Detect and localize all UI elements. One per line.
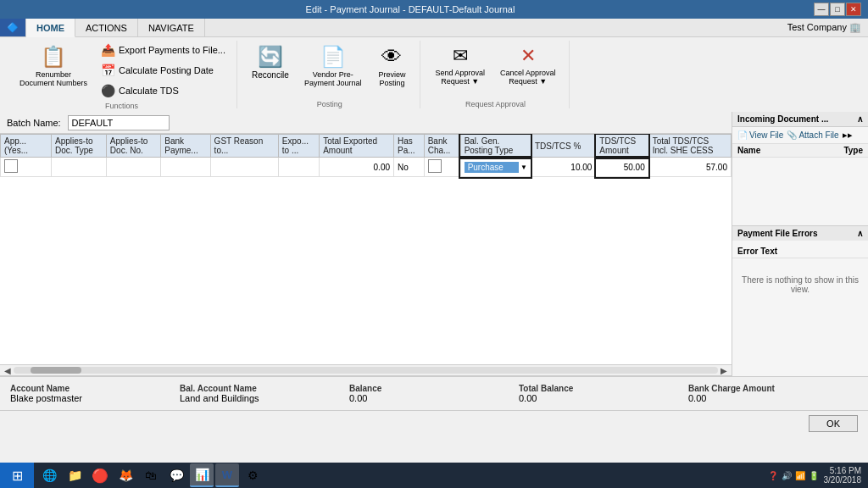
reconcile-icon: 🔄 [258, 45, 283, 69]
scrollbar-track[interactable] [14, 367, 718, 374]
cancel-icon: ✕ [520, 45, 536, 67]
batch-name-input[interactable] [68, 115, 170, 130]
tab-home[interactable]: HOME [26, 19, 75, 37]
vendor-prepayment-button[interactable]: 📄 Vendor Pre-Payment Journal [298, 41, 368, 92]
cell-total-exported: 0.00 [320, 158, 394, 177]
start-icon: ⊞ [12, 468, 23, 484]
tab-navigate[interactable]: NAVIGATE [138, 19, 205, 36]
dropdown-arrow[interactable]: ▼ [520, 164, 527, 171]
send-approval-button[interactable]: ✉ Send ApprovalRequest ▼ [429, 41, 491, 90]
col-tds-pct: TDS/TCS % [531, 135, 595, 158]
ribbon-group-approval: ✉ Send ApprovalRequest ▼ ✕ Cancel Approv… [422, 41, 569, 108]
reconcile-button[interactable]: 🔄 Reconcile [246, 41, 295, 84]
calc-tds-button[interactable]: ⚫ Calculate TDS [97, 81, 230, 100]
posting-type-value: Purchase [465, 162, 519, 173]
maximize-button[interactable]: □ [830, 3, 845, 16]
nav-tab[interactable]: 🔷 [0, 19, 26, 36]
cell-bank-cha[interactable] [424, 158, 460, 177]
taskbar-nav-icon[interactable]: 📊 [190, 463, 214, 487]
more-button[interactable]: ▸▸ [843, 130, 853, 141]
clock-date: 3/20/2018 [824, 475, 862, 485]
col-bank-payme: BankPayme... [161, 135, 210, 158]
incoming-doc-collapse-btn[interactable]: ∧ [857, 114, 863, 124]
cell-gst-reason [210, 158, 278, 177]
attach-file-button[interactable]: 📎 Attach File [787, 130, 838, 140]
cell-bal-gen-posting[interactable]: Purchase ▼ [460, 158, 531, 177]
cancel-approval-button[interactable]: ✕ Cancel ApprovalRequest ▼ [494, 41, 562, 90]
calc-posting-date-button[interactable]: 📅 Calculate Posting Date [97, 61, 230, 80]
taskbar-help-icon[interactable]: ❓ [768, 471, 778, 480]
renumber-icon: 📋 [41, 45, 66, 69]
cell-app-checkbox[interactable] [1, 158, 52, 177]
payment-errors-section: Payment File Errors ∧ Error Text There i… [732, 226, 868, 376]
col-tds-amount: TDS/TCSAmount [596, 135, 648, 158]
taskbar-network-icon[interactable]: 📶 [795, 471, 805, 480]
functions-label: Functions [105, 100, 138, 110]
batch-bar: Batch Name: [0, 112, 732, 134]
ribbon-group-functions: 📋 RenumberDocument Numbers 📤 Export Paym… [7, 41, 237, 108]
incoming-doc-header: Incoming Document ... ∧ [732, 112, 868, 127]
table-container[interactable]: App...(Yes... Applies-toDoc. Type Applie… [0, 134, 732, 364]
taskbar-icons: 🌐 📁 🔴 🦊 🛍 💬 📊 W ⚙ [34, 463, 761, 487]
bal-gen-posting-dropdown[interactable]: Purchase ▼ [465, 162, 527, 173]
balance-value: 0.00 [349, 393, 367, 403]
preview-icon: 👁 [381, 45, 402, 69]
start-button[interactable]: ⊞ [0, 463, 34, 488]
window-controls[interactable]: — □ ✕ [814, 3, 861, 16]
taskbar-skype-icon[interactable]: 💬 [164, 463, 188, 487]
ok-button[interactable]: OK [809, 415, 858, 432]
taskbar-battery-icon[interactable]: 🔋 [809, 471, 819, 480]
taskbar-folder-icon[interactable]: 📁 [63, 463, 86, 487]
notification-icons: ❓ 🔊 📶 🔋 [768, 471, 819, 480]
renumber-doc-button[interactable]: 📋 RenumberDocument Numbers [14, 41, 93, 92]
col-bal-gen-posting: Bal. Gen.Posting Type [460, 135, 531, 158]
taskbar-misc-icon[interactable]: ⚙ [241, 463, 264, 487]
payment-errors-collapse-btn[interactable]: ∧ [857, 229, 863, 238]
company-name: Test Company 🏢 [205, 19, 868, 36]
taskbar-chrome-icon[interactable]: 🔴 [88, 463, 112, 487]
bal-account-name-col: Bal. Account Name Land and Buildings [180, 384, 349, 403]
view-file-button[interactable]: 📄 View File [737, 130, 783, 140]
bank-charge-label: Bank Charge Amount [688, 384, 858, 393]
taskbar-word-icon[interactable]: W [215, 463, 239, 487]
footer-info: Account Name Blake postmaster Bal. Accou… [0, 376, 868, 410]
scrollbar-thumb[interactable] [31, 367, 81, 374]
balance-col: Balance 0.00 [349, 384, 519, 403]
journal-table: App...(Yes... Applies-toDoc. Type Applie… [0, 134, 732, 177]
close-button[interactable]: ✕ [846, 3, 861, 16]
payment-errors-header: Payment File Errors ∧ [732, 226, 868, 241]
incoming-doc-section: Incoming Document ... ∧ 📄 View File 📎 At… [732, 112, 868, 226]
functions-small-buttons: 📤 Export Payments to File... 📅 Calculate… [97, 41, 230, 100]
table-header-row: App...(Yes... Applies-toDoc. Type Applie… [1, 135, 732, 158]
scroll-left-arrow[interactable]: ◀ [2, 366, 14, 375]
taskbar-right: ❓ 🔊 📶 🔋 5:16 PM 3/20/2018 [761, 466, 869, 485]
main-area: Batch Name: App...(Yes... Applies-toDoc.… [0, 112, 868, 376]
cell-tds-amount: 50.00 [596, 158, 648, 177]
preview-posting-button[interactable]: 👁 PreviewPosting [370, 41, 413, 92]
bank-cha-checkbox[interactable] [428, 159, 442, 173]
bal-account-name-value: Land and Buildings [180, 393, 259, 403]
functions-buttons: 📋 RenumberDocument Numbers 📤 Export Paym… [14, 41, 230, 100]
ribbon-tabs: 🔷 HOME ACTIONS NAVIGATE Test Company 🏢 [0, 19, 868, 37]
type-col-header: Type [843, 146, 863, 155]
minimize-button[interactable]: — [814, 3, 829, 16]
col-gst-reason: GST Reasonto... [210, 135, 278, 158]
app-checkbox[interactable] [4, 159, 18, 173]
cell-total-tds: 57.00 [648, 158, 731, 177]
ribbon-content: 📋 RenumberDocument Numbers 📤 Export Paym… [0, 37, 868, 112]
clock-time: 5:16 PM [824, 466, 862, 475]
tab-actions[interactable]: ACTIONS [75, 19, 138, 36]
taskbar-ie-icon[interactable]: 🌐 [37, 463, 61, 487]
error-text-col-header: Error Text [732, 244, 868, 258]
total-balance-col: Total Balance 0.00 [519, 384, 688, 403]
table-row: 0.00 No Purchase ▼ 10.00 50.00 57.00 [1, 158, 732, 177]
taskbar-firefox-icon[interactable]: 🦊 [114, 463, 137, 487]
export-icon: 📤 [101, 43, 115, 57]
export-payments-button[interactable]: 📤 Export Payments to File... [97, 41, 230, 59]
taskbar-store-icon[interactable]: 🛍 [139, 463, 163, 487]
scroll-right-arrow[interactable]: ▶ [718, 366, 730, 375]
col-applies-doc-type: Applies-toDoc. Type [52, 135, 107, 158]
horizontal-scrollbar[interactable]: ◀ ▶ [0, 364, 732, 376]
taskbar-speaker-icon[interactable]: 🔊 [782, 471, 792, 480]
col-app: App...(Yes... [1, 135, 52, 158]
